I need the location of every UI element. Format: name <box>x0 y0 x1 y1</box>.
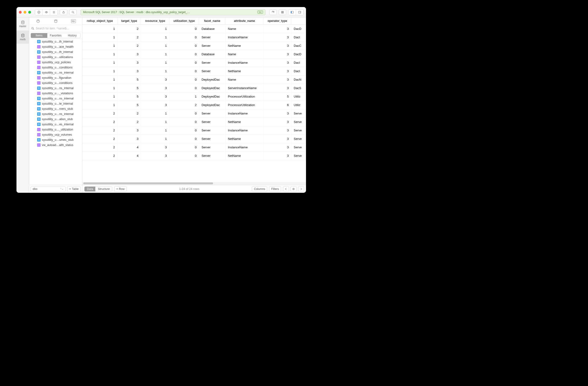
cell[interactable]: 2 <box>82 126 117 135</box>
cell[interactable]: Database <box>199 50 226 58</box>
seg-history[interactable]: History <box>64 33 81 38</box>
data-tab[interactable]: Data <box>84 187 95 191</box>
cell[interactable]: 1 <box>82 33 117 42</box>
cell[interactable]: 0 <box>169 25 199 33</box>
cell[interactable]: Server <box>199 135 226 143</box>
cell[interactable]: 3 <box>141 92 169 101</box>
table-row[interactable]: 1310ServerInstanceName3DacI <box>82 58 306 67</box>
cell[interactable]: 1 <box>141 33 169 42</box>
cell[interactable]: 0 <box>169 67 199 76</box>
minimize-window-button[interactable] <box>23 11 26 14</box>
cell[interactable]: 5 <box>117 101 141 109</box>
cell[interactable]: 1 <box>141 25 169 33</box>
cell[interactable]: ProcessorUtilization <box>226 92 264 101</box>
cell[interactable]: DacD <box>291 50 306 58</box>
list-item[interactable]: sysutility_u…th_internal <box>29 49 82 55</box>
stop-button[interactable] <box>35 9 42 15</box>
cell[interactable]: 0 <box>169 76 199 84</box>
table-row[interactable]: 1530DeployedDacName3DacN <box>82 76 306 84</box>
cell[interactable]: 0 <box>169 143 199 152</box>
add-row-button[interactable]: + Row <box>114 186 127 192</box>
cell[interactable]: 3 <box>141 101 169 109</box>
cell[interactable]: 3 <box>263 42 291 50</box>
plug-icon[interactable] <box>35 18 41 24</box>
cell[interactable]: 2 <box>82 143 117 152</box>
cell[interactable]: NetName <box>226 118 264 126</box>
cell[interactable]: InstanceName <box>226 58 264 67</box>
cell[interactable]: 0 <box>169 42 199 50</box>
cell[interactable]: NetName <box>226 152 264 160</box>
cell[interactable]: 1 <box>82 101 117 109</box>
cell[interactable]: DeployedDac <box>199 76 226 84</box>
breadcrumb[interactable]: Microsoft SQL Server 2017 : SQL Server :… <box>81 9 266 15</box>
add-table-button[interactable]: + Table <box>67 186 81 192</box>
cell[interactable]: Server <box>199 152 226 160</box>
cell[interactable]: 2 <box>169 101 199 109</box>
next-page-button[interactable] <box>298 186 304 192</box>
zoom-window-button[interactable] <box>28 11 31 14</box>
cell[interactable]: 2 <box>117 42 141 50</box>
cell[interactable]: 3 <box>141 76 169 84</box>
table-row[interactable]: 1210ServerNetName3DacC <box>82 42 306 50</box>
cell[interactable]: 5 <box>263 92 291 101</box>
cell[interactable]: 3 <box>263 67 291 76</box>
structure-tab[interactable]: Structure <box>95 187 112 191</box>
cell[interactable]: 3 <box>141 152 169 160</box>
cell[interactable]: 2 <box>117 33 141 42</box>
list-item[interactable]: sysutility_u…_violations <box>29 91 82 96</box>
list-item[interactable]: sysutility_u…ns_internal <box>29 86 82 91</box>
cell[interactable]: InstanceName <box>226 143 264 152</box>
grid-view-button[interactable] <box>279 9 286 15</box>
cell[interactable]: 3 <box>263 33 291 42</box>
cell[interactable]: 1 <box>82 84 117 92</box>
cell[interactable]: 0 <box>169 135 199 143</box>
table-row[interactable]: 2210ServerInstanceName3Serve <box>82 109 306 118</box>
cell[interactable]: 3 <box>263 143 291 152</box>
scrollbar-thumb[interactable] <box>83 182 213 184</box>
cell[interactable]: DacN <box>291 76 306 84</box>
table-row[interactable]: 1310ServerNetName3DacI <box>82 67 306 76</box>
list-item[interactable]: vw_autoad…alth_status <box>29 142 82 148</box>
cell[interactable]: 3 <box>117 135 141 143</box>
cell[interactable]: Server <box>199 143 226 152</box>
cell[interactable]: 1 <box>82 58 117 67</box>
cell[interactable]: DacS <box>291 84 306 92</box>
table-row[interactable]: 1210ServerInstanceName3DacI <box>82 33 306 42</box>
column-header[interactable]: resource_type <box>141 17 169 25</box>
cell[interactable]: 1 <box>82 92 117 101</box>
cell[interactable]: 1 <box>141 42 169 50</box>
cell[interactable]: Server <box>199 118 226 126</box>
cell[interactable]: 1 <box>82 42 117 50</box>
cell[interactable]: 1 <box>141 118 169 126</box>
list-item[interactable]: sysutility_u…rvers_stub <box>29 106 82 111</box>
cell[interactable]: 2 <box>82 152 117 160</box>
horizontal-scrollbar[interactable] <box>82 182 306 185</box>
cell[interactable]: NetName <box>226 135 264 143</box>
cell[interactable]: InstanceName <box>226 126 264 135</box>
cell[interactable]: 3 <box>117 126 141 135</box>
schema-select[interactable]: dbo ⌃⌄ <box>31 186 66 192</box>
column-header[interactable]: facet_name <box>199 17 226 25</box>
list-item[interactable]: sysutility_ucp_policies <box>29 60 82 65</box>
preview-button[interactable] <box>42 9 50 15</box>
cell[interactable]: DacI <box>291 67 306 76</box>
cell[interactable]: 2 <box>117 118 141 126</box>
list-item[interactable]: sysutility_u…ns_internal <box>29 70 82 75</box>
cell[interactable]: 1 <box>141 109 169 118</box>
cell[interactable]: ServerInstanceName <box>226 84 264 92</box>
cell[interactable]: Serve <box>291 118 306 126</box>
cell[interactable]: 3 <box>263 58 291 67</box>
cell[interactable]: 3 <box>141 143 169 152</box>
table-row[interactable]: 1530DeployedDacServerInstanceName3DacS <box>82 84 306 92</box>
cell[interactable]: 0 <box>169 109 199 118</box>
filters-button[interactable]: Filters <box>269 186 281 192</box>
cell[interactable]: 3 <box>263 152 291 160</box>
cell[interactable]: 1 <box>141 126 169 135</box>
cell[interactable]: 0 <box>169 58 199 67</box>
db-rail-item-master[interactable]: master <box>17 17 29 31</box>
list-item[interactable]: sysutility_u…conditions <box>29 80 82 86</box>
cell[interactable]: NetName <box>226 42 264 50</box>
cell[interactable]: Name <box>226 25 264 33</box>
cell[interactable]: ProcessorUtilization <box>226 101 264 109</box>
cell[interactable]: 0 <box>169 152 199 160</box>
